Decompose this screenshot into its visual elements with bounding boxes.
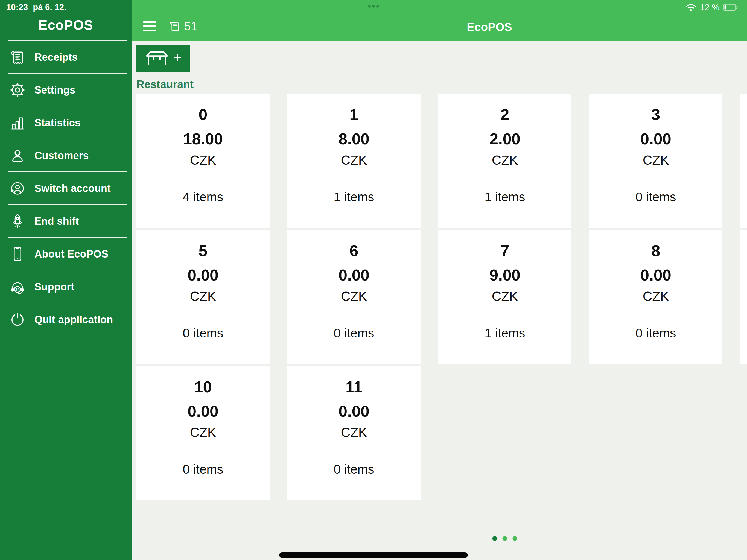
table-amount: 18.00 bbox=[136, 129, 269, 149]
sidebar-item-quit[interactable]: Quit application bbox=[0, 303, 131, 336]
table-amount: 9.00 bbox=[438, 265, 571, 285]
receipt-count: 51 bbox=[184, 20, 198, 33]
table-card-partial[interactable] bbox=[740, 230, 747, 364]
table-items-count: 0 items bbox=[589, 325, 722, 341]
sidebar-item-about-ecopos[interactable]: About EcoPOS bbox=[0, 238, 131, 271]
svg-text:24: 24 bbox=[15, 287, 20, 292]
table-number: 2 bbox=[438, 105, 571, 124]
table-amount: 0.00 bbox=[287, 265, 420, 285]
sidebar-item-label: About EcoPOS bbox=[34, 248, 108, 260]
tables-content-area: + Restaurant 018.00CZK4 items18.00CZK1 i… bbox=[131, 41, 747, 560]
battery-low-icon bbox=[723, 4, 738, 11]
table-number: 1 bbox=[287, 105, 420, 124]
table-number: 5 bbox=[136, 241, 269, 260]
battery-percentage: 12 % bbox=[700, 3, 719, 12]
table-number: 0 bbox=[136, 105, 269, 124]
table-currency: CZK bbox=[287, 288, 420, 304]
sidebar-item-settings[interactable]: Settings bbox=[0, 74, 131, 106]
plus-icon: + bbox=[173, 51, 181, 66]
table-amount: 0.00 bbox=[287, 402, 420, 421]
table-items-count: 0 items bbox=[287, 325, 420, 341]
table-items-count: 0 items bbox=[136, 325, 269, 341]
status-date: pá 6. 12. bbox=[33, 3, 66, 12]
sidebar-item-switch-account[interactable]: Switch account bbox=[0, 172, 131, 205]
table-number: 7 bbox=[438, 241, 571, 260]
table-card-2[interactable]: 22.00CZK1 items bbox=[438, 94, 571, 228]
sidebar-item-support[interactable]: 24 Support bbox=[0, 271, 131, 303]
sidebar-app-title: EcoPOS bbox=[0, 17, 131, 33]
table-items-count: 1 items bbox=[287, 189, 420, 205]
sidebar-menu: Receipts Settings Statistics Customers S… bbox=[0, 41, 131, 336]
sidebar-item-label: Receipts bbox=[34, 51, 78, 63]
table-items-count: 0 items bbox=[287, 462, 420, 477]
page-dot-3[interactable] bbox=[513, 536, 517, 541]
sidebar-item-statistics[interactable]: Statistics bbox=[0, 106, 131, 139]
gear-icon bbox=[9, 81, 26, 98]
sidebar-item-label: End shift bbox=[34, 215, 79, 227]
sidebar-item-label: Switch account bbox=[34, 183, 111, 195]
table-items-count: 4 items bbox=[136, 189, 269, 205]
table-card-5[interactable]: 50.00CZK0 items bbox=[136, 230, 269, 364]
sidebar-item-label: Support bbox=[34, 281, 74, 293]
section-label: Restaurant bbox=[136, 78, 194, 91]
sidebar-item-end-shift[interactable]: End shift bbox=[0, 205, 131, 238]
table-items-count: 1 items bbox=[438, 189, 571, 205]
page-indicator bbox=[492, 536, 517, 541]
top-navigation-bar: 51 EcoPOS bbox=[131, 0, 747, 41]
sidebar-item-label: Quit application bbox=[34, 314, 113, 326]
table-card-partial[interactable] bbox=[740, 94, 747, 228]
table-currency: CZK bbox=[287, 152, 420, 168]
table-amount: 0.00 bbox=[589, 129, 722, 149]
multitask-indicator[interactable] bbox=[368, 5, 379, 8]
table-number: 10 bbox=[136, 377, 269, 397]
sidebar: 10:23 pá 6. 12. EcoPOS Receipts Settings… bbox=[0, 0, 131, 560]
table-number: 6 bbox=[287, 241, 420, 260]
page-dot-1[interactable] bbox=[492, 536, 497, 541]
table-card-1[interactable]: 18.00CZK1 items bbox=[287, 94, 420, 228]
add-table-button[interactable]: + bbox=[136, 45, 190, 72]
table-card-10[interactable]: 100.00CZK0 items bbox=[136, 366, 269, 500]
receipts-count-chip[interactable]: 51 bbox=[169, 20, 198, 33]
home-indicator[interactable] bbox=[279, 552, 468, 558]
table-card-7[interactable]: 79.00CZK1 items bbox=[438, 230, 571, 364]
table-items-count: 0 items bbox=[136, 462, 269, 477]
table-amount: 0.00 bbox=[589, 265, 722, 285]
table-currency: CZK bbox=[589, 288, 722, 304]
table-card-0[interactable]: 018.00CZK4 items bbox=[136, 94, 269, 228]
table-currency: CZK bbox=[287, 425, 420, 440]
page-title: EcoPOS bbox=[467, 21, 512, 34]
wifi-icon bbox=[686, 3, 696, 11]
table-card-11[interactable]: 110.00CZK0 items bbox=[287, 366, 420, 500]
table-amount: 0.00 bbox=[136, 265, 269, 285]
table-amount: 8.00 bbox=[287, 129, 420, 149]
person-icon bbox=[9, 147, 26, 164]
table-items-count: 1 items bbox=[438, 325, 571, 341]
sidebar-item-label: Statistics bbox=[34, 117, 81, 129]
table-card-8[interactable]: 80.00CZK0 items bbox=[589, 230, 722, 364]
table-amount: 0.00 bbox=[136, 402, 269, 421]
table-number: 11 bbox=[287, 377, 420, 397]
table-currency: CZK bbox=[136, 152, 269, 168]
page-dot-2[interactable] bbox=[503, 536, 507, 541]
receipt-icon bbox=[169, 20, 181, 33]
table-number: 3 bbox=[589, 105, 722, 124]
headset-24-icon: 24 bbox=[9, 278, 26, 295]
status-time: 10:23 bbox=[6, 3, 28, 12]
table-amount: 2.00 bbox=[438, 129, 571, 149]
sidebar-item-receipts[interactable]: Receipts bbox=[0, 41, 131, 74]
sidebar-item-customers[interactable]: Customers bbox=[0, 139, 131, 172]
table-currency: CZK bbox=[438, 288, 571, 304]
switch-user-icon bbox=[9, 180, 26, 197]
receipt-icon bbox=[9, 49, 26, 66]
table-items-count: 0 items bbox=[589, 189, 722, 205]
table-currency: CZK bbox=[589, 152, 722, 168]
table-number: 8 bbox=[589, 241, 722, 260]
hamburger-menu-icon[interactable] bbox=[143, 21, 156, 31]
status-bar-right: 12 % bbox=[686, 3, 738, 12]
table-card-6[interactable]: 60.00CZK0 items bbox=[287, 230, 420, 364]
bar-chart-icon bbox=[9, 114, 26, 131]
sidebar-item-label: Settings bbox=[34, 84, 75, 96]
tablet-icon bbox=[9, 246, 26, 262]
table-card-3[interactable]: 30.00CZK0 items bbox=[589, 94, 722, 228]
status-bar-left: 10:23 pá 6. 12. bbox=[6, 3, 67, 12]
